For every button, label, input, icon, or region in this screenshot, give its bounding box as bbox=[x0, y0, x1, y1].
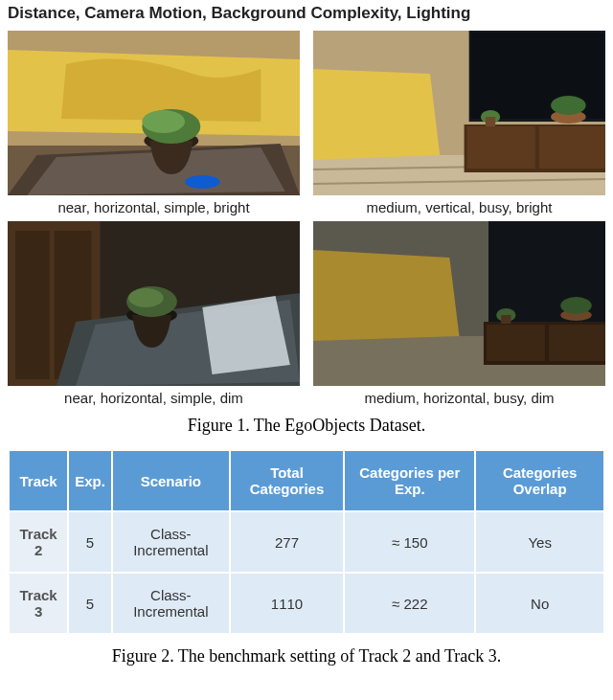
cell-scenario: Class-Incremental bbox=[112, 573, 230, 634]
sample-caption: medium, horizontal, busy, dim bbox=[364, 390, 554, 406]
col-header: Scenario bbox=[112, 450, 230, 511]
cell-total: 1110 bbox=[230, 573, 344, 634]
cell-total: 277 bbox=[230, 511, 344, 573]
grid-cell: near, horizontal, simple, bright bbox=[8, 31, 300, 215]
cell-per: ≈ 150 bbox=[344, 511, 475, 573]
svg-rect-18 bbox=[486, 117, 495, 126]
cell-exp: 5 bbox=[68, 573, 112, 634]
table-row: Track 3 5 Class-Incremental 1110 ≈ 222 N… bbox=[9, 573, 604, 634]
figure1-caption: Figure 1. The EgoObjects Dataset. bbox=[8, 416, 605, 436]
svg-rect-35 bbox=[487, 325, 545, 361]
sample-image bbox=[313, 221, 605, 386]
cell-overlap: Yes bbox=[475, 511, 604, 573]
sample-image bbox=[313, 31, 605, 195]
svg-point-6 bbox=[142, 110, 185, 133]
cell-track: Track 2 bbox=[9, 511, 68, 573]
sample-caption: near, horizontal, simple, bright bbox=[57, 199, 249, 215]
table-header-row: Track Exp. Scenario Total Categories Cat… bbox=[9, 450, 604, 511]
image-grid: near, horizontal, simple, bright bbox=[8, 31, 605, 406]
svg-point-40 bbox=[560, 297, 592, 314]
col-header: Exp. bbox=[68, 450, 112, 511]
cell-per: ≈ 222 bbox=[344, 573, 475, 634]
table-row: Track 2 5 Class-Incremental 277 ≈ 150 Ye… bbox=[9, 511, 604, 573]
grid-cell: medium, vertical, busy, bright bbox=[313, 31, 605, 215]
svg-rect-23 bbox=[15, 231, 50, 379]
col-header: Categories per Exp. bbox=[344, 450, 475, 511]
svg-rect-36 bbox=[549, 325, 605, 361]
attributes-header: Distance, Camera Motion, Background Comp… bbox=[8, 4, 605, 23]
cell-track: Track 3 bbox=[9, 573, 68, 634]
col-header: Total Categories bbox=[230, 450, 344, 511]
col-header: Categories Overlap bbox=[475, 450, 604, 511]
svg-marker-27 bbox=[202, 296, 290, 374]
cell-overlap: No bbox=[475, 573, 604, 634]
svg-point-7 bbox=[185, 175, 220, 189]
svg-rect-15 bbox=[467, 126, 535, 169]
col-header: Track bbox=[9, 450, 68, 511]
cell-scenario: Class-Incremental bbox=[112, 511, 230, 573]
svg-rect-16 bbox=[539, 126, 605, 169]
svg-point-20 bbox=[551, 96, 586, 115]
grid-cell: medium, horizontal, busy, dim bbox=[313, 221, 605, 406]
sample-image bbox=[8, 31, 300, 195]
svg-rect-38 bbox=[501, 315, 511, 324]
figure2-caption: Figure 2. The benchmark setting of Track… bbox=[8, 646, 605, 667]
sample-caption: medium, vertical, busy, bright bbox=[367, 199, 553, 215]
cell-exp: 5 bbox=[68, 511, 112, 573]
svg-point-30 bbox=[128, 288, 164, 307]
sample-caption: near, horizontal, simple, dim bbox=[64, 390, 243, 406]
benchmark-table: Track Exp. Scenario Total Categories Cat… bbox=[8, 449, 605, 635]
sample-image bbox=[8, 221, 300, 386]
grid-cell: near, horizontal, simple, dim bbox=[8, 221, 300, 406]
